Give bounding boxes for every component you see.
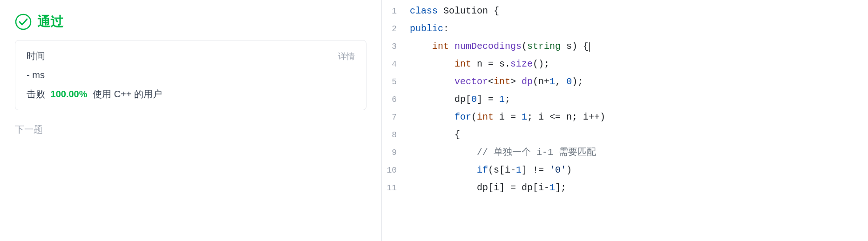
beat-row: 击败 100.00% 使用 C++ 的用户 bbox=[27, 88, 355, 100]
beat-prefix: 击败 bbox=[27, 89, 45, 99]
beat-text: 击败 100.00% 使用 C++ 的用户 bbox=[27, 88, 162, 100]
code-line-11: 11 dp[i] = dp[i-1]; bbox=[382, 181, 868, 198]
code-line-2: 2 public: bbox=[382, 21, 868, 39]
code-line-8: 8 { bbox=[382, 127, 868, 145]
line-num-9: 9 bbox=[382, 146, 406, 160]
code-line-4: 4 int n = s.size(); bbox=[382, 57, 868, 74]
line-num-3: 3 bbox=[382, 40, 406, 54]
code-line-1: 1 class Solution { bbox=[382, 4, 868, 21]
line-content-6: dp[0] = 1; bbox=[406, 92, 868, 107]
line-content-1: class Solution { bbox=[406, 4, 868, 19]
beat-percent: 100.00% bbox=[51, 89, 88, 99]
line-num-2: 2 bbox=[382, 22, 406, 36]
line-num-7: 7 bbox=[382, 111, 406, 124]
next-link[interactable]: 下一题 bbox=[15, 123, 366, 136]
time-value: - ms bbox=[27, 70, 45, 80]
stats-card: 时间 详情 - ms 击败 100.00% 使用 C++ 的用户 bbox=[15, 40, 366, 110]
line-content-11: dp[i] = dp[i-1]; bbox=[406, 181, 868, 195]
line-num-1: 1 bbox=[382, 5, 406, 18]
right-panel: 1 class Solution { 2 public: 3 int numDe… bbox=[382, 0, 868, 241]
code-editor: 1 class Solution { 2 public: 3 int numDe… bbox=[382, 0, 868, 241]
code-line-9: 9 // 单独一个 i-1 需要匹配 bbox=[382, 145, 868, 163]
time-row: 时间 详情 bbox=[27, 50, 355, 62]
line-content-8: { bbox=[406, 127, 868, 142]
line-num-5: 5 bbox=[382, 75, 406, 89]
line-num-10: 10 bbox=[382, 164, 406, 177]
status-title: 通过 bbox=[37, 13, 63, 31]
code-line-10: 10 if(s[i-1] != '0') bbox=[382, 163, 868, 181]
line-content-10: if(s[i-1] != '0') bbox=[406, 163, 868, 178]
detail-link[interactable]: 详情 bbox=[338, 51, 355, 62]
line-content-4: int n = s.size(); bbox=[406, 57, 868, 72]
line-num-11: 11 bbox=[382, 181, 406, 195]
code-line-7: 7 for(int i = 1; i <= n; i++) bbox=[382, 110, 868, 127]
line-num-6: 6 bbox=[382, 93, 406, 107]
svg-point-0 bbox=[16, 14, 31, 29]
left-panel: 通过 时间 详情 - ms 击败 100.00% 使用 C++ 的用户 下一题 bbox=[0, 0, 382, 241]
line-content-5: vector<int> dp(n+1, 0); bbox=[406, 74, 868, 89]
status-header: 通过 bbox=[15, 13, 366, 31]
code-line-3: 3 int numDecodings(string s) { bbox=[382, 39, 868, 57]
line-content-7: for(int i = 1; i <= n; i++) bbox=[406, 110, 868, 125]
code-line-5: 5 vector<int> dp(n+1, 0); bbox=[382, 74, 868, 92]
time-label: 时间 bbox=[27, 50, 45, 62]
line-content-3: int numDecodings(string s) { bbox=[406, 39, 868, 54]
beat-suffix: 使用 C++ 的用户 bbox=[93, 89, 162, 99]
line-content-2: public: bbox=[406, 21, 868, 36]
time-value-row: - ms bbox=[27, 70, 355, 80]
check-circle-icon bbox=[15, 13, 32, 30]
line-num-8: 8 bbox=[382, 128, 406, 142]
code-line-6: 6 dp[0] = 1; bbox=[382, 92, 868, 110]
line-content-9: // 单独一个 i-1 需要匹配 bbox=[406, 145, 868, 160]
line-num-4: 4 bbox=[382, 58, 406, 71]
